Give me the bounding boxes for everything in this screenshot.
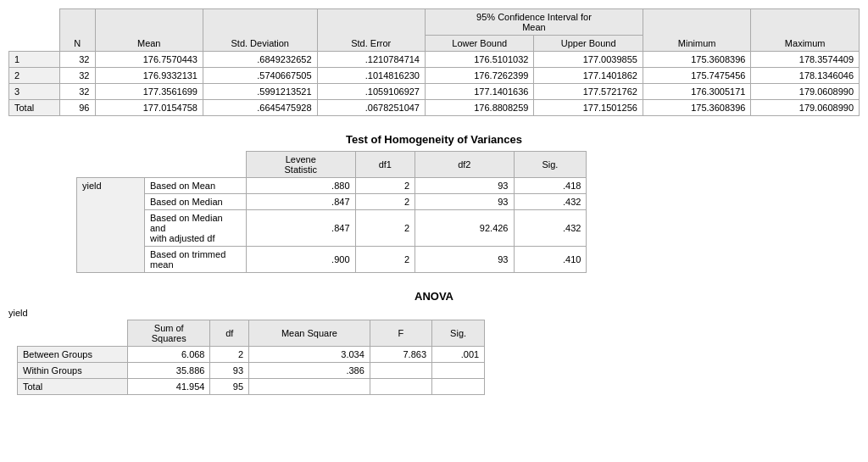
cell-lower: 176.7262399: [425, 68, 533, 84]
col-df: df: [210, 320, 249, 347]
cell-df2: 92.426: [415, 210, 514, 247]
col-mean: Mean: [95, 9, 203, 52]
cell-df: 93: [210, 363, 249, 379]
table-row: 3 32 177.3561699 .5991213521 .1059106927…: [9, 84, 860, 100]
cell-levene: .880: [247, 178, 356, 194]
cell-std-err: .0678251047: [317, 100, 425, 116]
cell-min: 176.3005171: [643, 84, 750, 100]
table-row: Based on Median andwith adjusted df .847…: [77, 210, 587, 247]
cell-mean: 177.3561699: [95, 84, 203, 100]
cell-sig: .418: [514, 178, 587, 194]
col-df2: df2: [415, 152, 514, 178]
cell-std-dev: .5991213521: [203, 84, 317, 100]
cell-std-err: .1059106927: [317, 84, 425, 100]
cell-df: 2: [210, 347, 249, 363]
cell-min: 175.3608396: [643, 52, 750, 68]
cell-n: 32: [59, 68, 95, 84]
table-row: Based on Median .847 2 93 .432: [77, 194, 587, 210]
col-levene: LeveneStatistic: [247, 152, 356, 178]
row-label-1: 1: [9, 52, 60, 68]
homogeneity-title: Test of Homogeneity of Variances: [8, 133, 860, 146]
yield-label: yield: [77, 178, 145, 273]
cell-mean: 176.9332131: [95, 68, 203, 84]
cell-df1: 2: [355, 247, 415, 273]
table-row-total: Total 41.954 95: [18, 379, 485, 395]
cell-n: 96: [59, 100, 95, 116]
col-n: N: [59, 9, 95, 52]
col-mean-sq: Mean Square: [249, 320, 370, 347]
row-label-2: 2: [9, 68, 60, 84]
cell-df1: 2: [355, 194, 415, 210]
cell-mean-sq: [249, 379, 370, 395]
cell-n: 32: [59, 84, 95, 100]
row-label-3: 3: [9, 84, 60, 100]
cell-levene: .900: [247, 247, 356, 273]
cell-df1: 2: [355, 210, 415, 247]
col-sig: Sig.: [432, 320, 485, 347]
cell-levene: .847: [247, 194, 356, 210]
col-sig: Sig.: [514, 152, 587, 178]
table-row: 1 32 176.7570443 .6849232652 .1210784714…: [9, 52, 860, 68]
col-sum-sq: Sum ofSquares: [128, 320, 210, 347]
homogeneity-table: LeveneStatistic df1 df2 Sig. yield Based…: [76, 151, 587, 273]
cell-df2: 93: [415, 194, 514, 210]
table-row: Based on trimmed mean .900 2 93 .410: [77, 247, 587, 273]
cell-upper: 177.1501256: [534, 100, 643, 116]
row-label-between: Between Groups: [18, 347, 128, 363]
col-f: F: [370, 320, 431, 347]
cell-f: [370, 363, 431, 379]
col-df1: df1: [355, 152, 415, 178]
cell-levene: .847: [247, 210, 356, 247]
sub-label: Based on Median: [145, 194, 247, 210]
col-min: Minimum: [643, 9, 750, 52]
cell-sig: .410: [514, 247, 587, 273]
table-row: 2 32 176.9332131 .5740667505 .1014816230…: [9, 68, 860, 84]
cell-df2: 93: [415, 178, 514, 194]
cell-df: 95: [210, 379, 249, 395]
cell-sig: [432, 363, 485, 379]
table-row: yield Based on Mean .880 2 93 .418: [77, 178, 587, 194]
cell-std-dev: .6645475928: [203, 100, 317, 116]
descriptives-table: N Mean Std. Deviation Std. Error 95% Con…: [8, 8, 860, 116]
table-row-total: Total 96 177.0154758 .6645475928 .067825…: [9, 100, 860, 116]
cell-sum-sq: 41.954: [128, 379, 210, 395]
cell-sig: .001: [432, 347, 485, 363]
cell-upper: 177.1401862: [534, 68, 643, 84]
sub-label: Based on Mean: [145, 178, 247, 194]
anova-row-label: yield: [8, 308, 860, 318]
cell-mean-sq: .386: [249, 363, 370, 379]
cell-std-dev: .5740667505: [203, 68, 317, 84]
col-max: Maximum: [751, 9, 860, 52]
cell-n: 32: [59, 52, 95, 68]
cell-min: 175.3608396: [643, 100, 750, 116]
cell-std-err: .1210784714: [317, 52, 425, 68]
row-label-total: Total: [9, 100, 60, 116]
cell-min: 175.7475456: [643, 68, 750, 84]
cell-df2: 93: [415, 247, 514, 273]
col-ci-header: 95% Confidence Interval for Mean: [425, 9, 643, 36]
cell-max: 179.0608990: [751, 100, 860, 116]
cell-std-err: .1014816230: [317, 68, 425, 84]
anova-table: Sum ofSquares df Mean Square F Sig. Betw…: [17, 320, 485, 395]
cell-mean: 176.7570443: [95, 52, 203, 68]
cell-lower: 177.1401636: [425, 84, 533, 100]
cell-sig: [432, 379, 485, 395]
cell-mean-sq: 3.034: [249, 347, 370, 363]
cell-upper: 177.5721762: [534, 84, 643, 100]
cell-sum-sq: 35.886: [128, 363, 210, 379]
cell-lower: 176.5101032: [425, 52, 533, 68]
cell-sig: .432: [514, 210, 587, 247]
cell-max: 178.1346046: [751, 68, 860, 84]
sub-label: Based on trimmed mean: [145, 247, 247, 273]
cell-df1: 2: [355, 178, 415, 194]
col-upper-bound: Upper Bound: [534, 36, 643, 52]
cell-sig: .432: [514, 194, 587, 210]
cell-std-dev: .6849232652: [203, 52, 317, 68]
row-label-total: Total: [18, 379, 128, 395]
cell-max: 179.0608990: [751, 84, 860, 100]
table-row-between: Between Groups 6.068 2 3.034 7.863 .001: [18, 347, 485, 363]
cell-f: [370, 379, 431, 395]
cell-max: 178.3574409: [751, 52, 860, 68]
cell-mean: 177.0154758: [95, 100, 203, 116]
row-label-within: Within Groups: [18, 363, 128, 379]
